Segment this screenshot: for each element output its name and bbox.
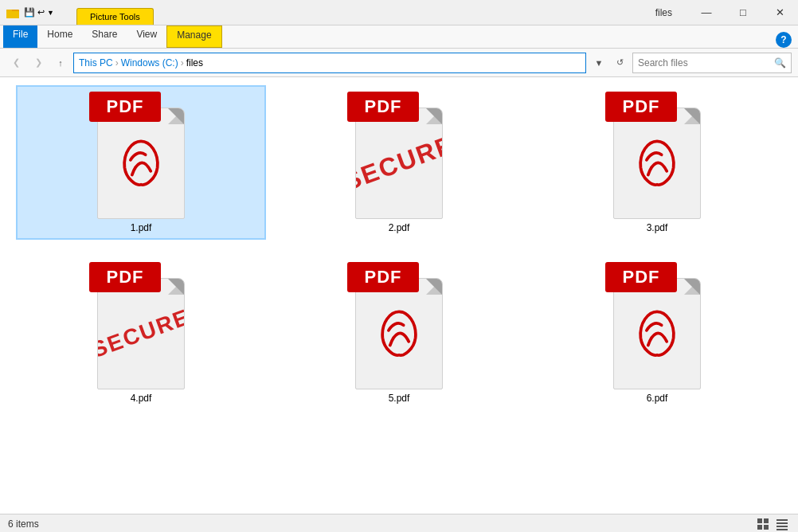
- pdf-badge-1: PDF: [89, 92, 161, 122]
- acrobat-symbol-6: [632, 304, 683, 364]
- file-item-3[interactable]: PDF 3.pdf: [532, 85, 782, 240]
- breadcrumb-sep2: ›: [181, 57, 184, 68]
- pdf-icon-2: SECURE PDF: [347, 92, 451, 219]
- details-icon: [776, 518, 788, 530]
- close-button[interactable]: ✕: [761, 0, 798, 25]
- refresh-button[interactable]: ↺: [610, 53, 629, 72]
- undo-quick-btn[interactable]: ↩: [37, 7, 45, 18]
- file-name-4: 4.pdf: [131, 393, 152, 404]
- svg-rect-8: [776, 522, 788, 524]
- large-icons-icon: [757, 518, 769, 530]
- file-item-1[interactable]: PDF 1.pdf: [16, 85, 266, 240]
- svg-rect-2: [6, 11, 19, 18]
- quick-menu-btn[interactable]: ▼: [47, 9, 54, 17]
- back-button[interactable]: ❮: [6, 53, 25, 72]
- tab-share[interactable]: Share: [82, 25, 127, 48]
- svg-rect-6: [764, 525, 769, 530]
- file-item-5[interactable]: PDF 5.pdf: [274, 256, 524, 410]
- picture-tools-tab[interactable]: Picture Tools: [76, 8, 154, 25]
- help-button[interactable]: ?: [776, 32, 792, 48]
- item-count: 6 items: [8, 518, 39, 530]
- window-controls: — □ ✕: [688, 0, 798, 25]
- title-bar-left: 💾 ↩ ▼: [0, 0, 61, 25]
- title-tabs: Picture Tools: [61, 0, 640, 25]
- svg-rect-7: [776, 519, 788, 521]
- pdf-badge-3: PDF: [605, 92, 677, 122]
- main-container: PDF 1.pdf SECURE PDF 2.pdf: [0, 77, 798, 514]
- breadcrumb-drive[interactable]: Windows (C:): [121, 57, 178, 68]
- pdf-icon-3: PDF: [605, 92, 709, 219]
- acrobat-symbol-1: [115, 134, 167, 194]
- pdf-page-1: [97, 108, 185, 219]
- secure-stamp-2: SECURE: [355, 130, 443, 197]
- ribbon-tabs: File Home Share View Manage ?: [0, 25, 798, 48]
- forward-button[interactable]: ❯: [29, 53, 48, 72]
- file-name-1: 1.pdf: [131, 222, 152, 233]
- address-bar: ❮ ❯ ↑ This PC › Windows (C:) › files ▼ ↺…: [0, 49, 798, 77]
- file-name-5: 5.pdf: [389, 393, 410, 404]
- pdf-page-5: [355, 278, 443, 389]
- acrobat-symbol-3: [632, 134, 683, 194]
- search-input[interactable]: [638, 57, 774, 68]
- pdf-page-6: [613, 278, 701, 389]
- pdf-page-4: SECURE: [97, 278, 185, 389]
- tab-view[interactable]: View: [127, 25, 166, 48]
- search-box[interactable]: 🔍: [632, 53, 792, 73]
- svg-rect-3: [757, 518, 762, 523]
- view-controls: [755, 516, 790, 532]
- file-area: PDF 1.pdf SECURE PDF 2.pdf: [0, 77, 798, 514]
- ribbon: File Home Share View Manage ?: [0, 25, 798, 49]
- svg-rect-10: [776, 529, 788, 530]
- breadcrumb-thispc[interactable]: This PC: [79, 57, 113, 68]
- maximize-button[interactable]: □: [725, 0, 761, 25]
- pdf-page-3: [613, 108, 701, 219]
- secure-stamp-4: SECURE: [97, 304, 185, 363]
- address-path[interactable]: This PC › Windows (C:) › files: [73, 53, 586, 73]
- view-large-icons-btn[interactable]: [755, 516, 771, 532]
- window-title: files: [640, 0, 688, 25]
- pdf-icon-1: PDF: [89, 92, 193, 219]
- save-quick-btn[interactable]: 💾: [24, 7, 35, 18]
- pdf-badge-2: PDF: [347, 92, 419, 122]
- path-dropdown-button[interactable]: ▼: [589, 53, 608, 72]
- up-button[interactable]: ↑: [51, 53, 70, 72]
- pdf-page-2: SECURE: [355, 108, 443, 219]
- status-bar: 6 items: [0, 514, 798, 532]
- pdf-badge-5: PDF: [347, 262, 419, 292]
- pdf-icon-5: PDF: [347, 262, 451, 389]
- file-name-6: 6.pdf: [647, 393, 668, 404]
- breadcrumb-files: files: [186, 57, 203, 68]
- svg-rect-5: [757, 525, 762, 530]
- pdf-icon-4: SECURE PDF: [89, 262, 193, 389]
- pdf-badge-6: PDF: [605, 262, 677, 292]
- acrobat-symbol-5: [374, 304, 425, 364]
- tab-manage[interactable]: Manage: [166, 25, 221, 48]
- file-name-3: 3.pdf: [647, 222, 668, 233]
- search-icon: 🔍: [774, 57, 786, 68]
- svg-rect-4: [764, 518, 769, 523]
- title-bar: 💾 ↩ ▼ Picture Tools files — □ ✕: [0, 0, 798, 25]
- tab-file[interactable]: File: [3, 25, 37, 48]
- minimize-button[interactable]: —: [688, 0, 725, 25]
- view-details-btn[interactable]: [774, 516, 790, 532]
- pdf-icon-6: PDF: [605, 262, 709, 389]
- file-item-6[interactable]: PDF 6.pdf: [532, 256, 782, 410]
- svg-rect-9: [776, 526, 788, 527]
- breadcrumb-sep1: ›: [115, 57, 119, 68]
- file-item-2[interactable]: SECURE PDF 2.pdf: [274, 85, 524, 240]
- file-item-4[interactable]: SECURE PDF 4.pdf: [16, 256, 266, 410]
- pdf-badge-4: PDF: [89, 262, 161, 292]
- file-name-2: 2.pdf: [389, 222, 410, 233]
- folder-icon: [6, 6, 19, 19]
- tab-home[interactable]: Home: [37, 25, 82, 48]
